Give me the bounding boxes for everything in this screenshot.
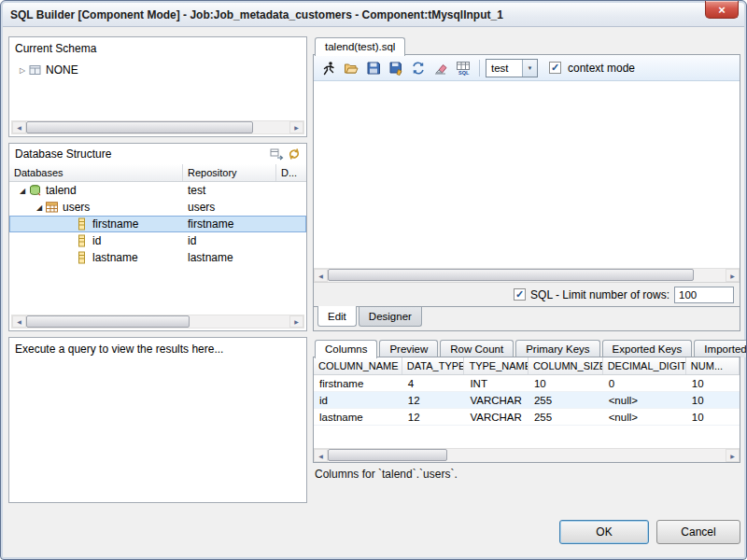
- cell-decimal-digits: <null>: [603, 409, 686, 425]
- table-row[interactable]: firstname 4 INT 10 0 10: [314, 375, 740, 392]
- columns-table-hscrollbar[interactable]: ◀ ▶: [314, 448, 740, 462]
- tab-edit[interactable]: Edit: [317, 306, 357, 327]
- cell-column-size: 10: [529, 375, 603, 391]
- tree-row-firstname[interactable]: firstname firstname: [9, 216, 306, 232]
- editor-tabstrip: talend(test).sql: [313, 35, 740, 55]
- editor-body: SQL test ▼ ✓ context mode ◀ ▶ ✓ SQL - Li: [313, 54, 740, 331]
- tree-row-users[interactable]: ◢ users users: [9, 199, 306, 216]
- tree-row-talend[interactable]: ◢ talend test: [9, 182, 306, 199]
- scroll-right-icon[interactable]: ▶: [726, 269, 740, 282]
- scroll-thumb[interactable]: [328, 449, 447, 461]
- save-as-icon[interactable]: [386, 58, 406, 78]
- scroll-thumb[interactable]: [328, 269, 694, 281]
- cell-type-name: VARCHAR: [464, 392, 528, 408]
- table-row[interactable]: lastname 12 VARCHAR 255 <null> 10: [314, 409, 740, 426]
- cell-column-name: id: [314, 392, 402, 408]
- editor-hscrollbar[interactable]: ◀ ▶: [314, 268, 740, 282]
- table-row[interactable]: id 12 VARCHAR 255 <null> 10: [314, 392, 740, 409]
- editor-mode-tabstrip: Edit Designer: [314, 306, 740, 330]
- tab-designer[interactable]: Designer: [359, 307, 422, 327]
- cell-num: 10: [686, 409, 740, 425]
- header-repository[interactable]: Repository: [183, 164, 276, 181]
- repository-value: users: [183, 201, 215, 214]
- columns-table: COLUMN_NAME DATA_TYPE TYPE_NAME COLUMN_S…: [313, 357, 740, 463]
- run-query-icon[interactable]: [318, 58, 339, 78]
- scroll-thumb[interactable]: [26, 315, 190, 328]
- tab-imported-keys[interactable]: Imported Keys: [694, 340, 747, 357]
- limit-rows-bar: ✓ SQL - Limit number of rows:: [314, 282, 740, 306]
- sql-builder-dialog: SQL Builder [Component Mode] - Job:Job_m…: [0, 0, 747, 560]
- column-icon: [75, 251, 89, 264]
- scroll-left-icon[interactable]: ◀: [314, 449, 328, 462]
- toolbar-separator: [479, 60, 480, 77]
- scroll-left-icon[interactable]: ◀: [12, 315, 26, 328]
- refresh-icon[interactable]: [408, 58, 429, 78]
- results-placeholder-text: Execute a query to view the results here…: [9, 338, 306, 358]
- limit-rows-input[interactable]: [674, 287, 734, 303]
- scroll-left-icon[interactable]: ◀: [12, 121, 26, 133]
- context-mode-checkbox[interactable]: ✓: [549, 62, 561, 74]
- cell-column-name: lastname: [314, 409, 402, 425]
- expander-expanded-icon[interactable]: ◢: [34, 203, 45, 212]
- scroll-track[interactable]: [328, 269, 726, 282]
- scroll-track[interactable]: [26, 315, 289, 328]
- context-combo-value: test: [486, 63, 522, 74]
- current-schema-hscrollbar[interactable]: ◀ ▶: [11, 120, 304, 134]
- chevron-down-icon[interactable]: ▼: [522, 60, 537, 77]
- tab-columns[interactable]: Columns: [315, 340, 377, 358]
- open-icon[interactable]: [341, 58, 361, 78]
- tab-row-count[interactable]: Row Count: [440, 340, 514, 357]
- titlebar[interactable]: SQL Builder [Component Mode] - Job:Job_m…: [3, 3, 744, 27]
- refresh-icon[interactable]: [285, 146, 303, 162]
- sql-toolbar: SQL test ▼ ✓ context mode: [314, 55, 740, 81]
- repository-value: lastname: [183, 251, 233, 264]
- save-icon[interactable]: [363, 58, 384, 78]
- context-combo[interactable]: test ▼: [486, 59, 538, 77]
- tree-label: lastname: [92, 251, 138, 264]
- expander-expanded-icon[interactable]: ◢: [17, 187, 28, 195]
- header-database[interactable]: D...: [276, 164, 306, 181]
- scroll-track[interactable]: [328, 449, 726, 462]
- tab-preview[interactable]: Preview: [379, 340, 438, 357]
- tree-label: users: [63, 201, 90, 214]
- tab-exported-keys[interactable]: Exported Keys: [602, 340, 693, 357]
- svg-text:SQL: SQL: [458, 70, 470, 76]
- tab-sql-file[interactable]: talend(test).sql: [315, 37, 405, 56]
- cell-data-type: 12: [402, 392, 465, 408]
- header-num[interactable]: NUM...: [686, 357, 740, 374]
- cell-decimal-digits: 0: [603, 375, 686, 391]
- tree-row-lastname[interactable]: lastname lastname: [9, 249, 306, 266]
- expander-collapsed-icon[interactable]: ▷: [17, 66, 28, 75]
- clear-icon[interactable]: [430, 58, 451, 78]
- query-results-panel: Execute a query to view the results here…: [8, 337, 307, 503]
- scroll-right-icon[interactable]: ▶: [726, 449, 740, 462]
- database-structure-hscrollbar[interactable]: ◀ ▶: [11, 315, 304, 329]
- tree-row-id[interactable]: id id: [9, 232, 306, 249]
- limit-rows-checkbox[interactable]: ✓: [514, 288, 526, 301]
- link-with-editor-icon[interactable]: [267, 146, 285, 162]
- cell-decimal-digits: <null>: [603, 392, 686, 408]
- header-decimal-digits[interactable]: DECIMAL_DIGITS: [603, 357, 686, 374]
- repository-value: test: [183, 184, 205, 197]
- close-button[interactable]: ×: [705, 1, 739, 19]
- header-column-size[interactable]: COLUMN_SIZE: [529, 357, 603, 374]
- scroll-right-icon[interactable]: ▶: [289, 315, 303, 328]
- sql-template-icon[interactable]: SQL: [453, 58, 473, 78]
- header-type-name[interactable]: TYPE_NAME: [464, 357, 528, 374]
- tab-primary-keys[interactable]: Primary Keys: [515, 340, 599, 357]
- database-structure-title: Database Structure: [15, 147, 267, 161]
- header-data-type[interactable]: DATA_TYPE: [402, 357, 465, 374]
- sql-text-area[interactable]: [314, 81, 740, 268]
- header-column-name[interactable]: COLUMN_NAME: [314, 357, 402, 374]
- scroll-right-icon[interactable]: ▶: [289, 121, 303, 133]
- scroll-thumb[interactable]: [26, 121, 253, 133]
- header-databases[interactable]: Databases: [9, 164, 183, 181]
- schema-tree-item-none[interactable]: ▷ NONE: [9, 62, 306, 78]
- scroll-left-icon[interactable]: ◀: [314, 269, 328, 282]
- schema-item-label: NONE: [46, 63, 78, 77]
- ok-button[interactable]: OK: [559, 520, 649, 544]
- cancel-button[interactable]: Cancel: [656, 520, 740, 544]
- columns-status-text: Columns for `talend`.`users`.: [315, 468, 458, 481]
- scroll-track[interactable]: [26, 121, 289, 133]
- database-connection-icon: [28, 184, 42, 197]
